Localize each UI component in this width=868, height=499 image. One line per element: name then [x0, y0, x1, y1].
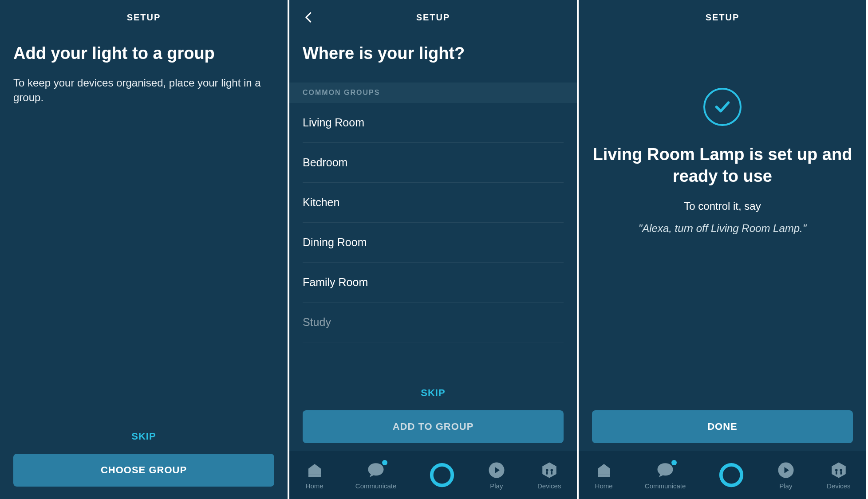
notification-dot-icon — [382, 460, 387, 465]
screen-select-group: SETUP Where is your light? COMMON GROUPS… — [289, 0, 579, 499]
add-to-group-button[interactable]: ADD TO GROUP — [303, 410, 564, 443]
page-title: Add your light to a group — [13, 43, 274, 64]
section-header-common-groups: COMMON GROUPS — [289, 83, 577, 103]
group-item[interactable]: Bedroom — [303, 143, 564, 183]
tab-bar: Home Communicate Play Devices — [289, 451, 577, 499]
tab-communicate[interactable]: Communicate — [355, 461, 397, 490]
tab-label: Home — [595, 482, 613, 490]
devices-icon — [540, 461, 559, 479]
tab-label: Communicate — [645, 482, 686, 490]
success-subtitle: To control it, say — [684, 200, 761, 212]
tab-devices[interactable]: Devices — [827, 461, 850, 490]
skip-button[interactable]: SKIP — [303, 376, 564, 410]
skip-button[interactable]: SKIP — [13, 419, 274, 454]
svg-point-10 — [835, 469, 838, 471]
group-item[interactable]: Kitchen — [303, 183, 564, 223]
header-title: SETUP — [127, 12, 161, 23]
group-item[interactable]: Living Room — [303, 103, 564, 143]
notification-dot-icon — [671, 460, 677, 465]
header: SETUP — [579, 0, 866, 35]
group-list: Living Room Bedroom Kitchen Dining Room … — [303, 103, 564, 342]
svg-rect-7 — [598, 475, 610, 477]
devices-icon — [829, 461, 848, 479]
svg-rect-6 — [551, 471, 552, 474]
tab-bar: Home Communicate Play Devices — [579, 451, 866, 499]
tab-alexa[interactable] — [428, 461, 456, 489]
svg-rect-0 — [308, 475, 321, 477]
header-title: SETUP — [706, 12, 740, 23]
tab-label: Communicate — [355, 482, 397, 490]
tab-devices[interactable]: Devices — [537, 461, 561, 490]
choose-group-button[interactable]: CHOOSE GROUP — [13, 454, 274, 487]
page-title: Where is your light? — [303, 43, 564, 64]
tab-home[interactable]: Home — [595, 461, 613, 490]
svg-rect-12 — [836, 471, 837, 474]
alexa-ring-icon — [718, 461, 745, 489]
tab-label: Home — [306, 482, 324, 490]
svg-rect-5 — [546, 471, 548, 474]
svg-point-11 — [840, 469, 842, 471]
tab-communicate[interactable]: Communicate — [645, 461, 686, 490]
header: SETUP — [0, 0, 288, 35]
home-icon — [595, 461, 613, 479]
group-item[interactable]: Study — [303, 303, 564, 342]
tab-home[interactable]: Home — [305, 461, 324, 490]
svg-rect-13 — [840, 471, 842, 474]
screen-setup-complete: SETUP Living Room Lamp is set up and rea… — [579, 0, 868, 499]
tab-label: Play — [490, 482, 503, 490]
tab-label: Devices — [537, 482, 561, 490]
svg-point-1 — [431, 465, 452, 486]
screen-add-to-group: SETUP Add your light to a group To keep … — [0, 0, 289, 499]
play-icon — [487, 461, 506, 479]
success-check-icon — [703, 88, 742, 126]
tab-label: Devices — [827, 482, 850, 490]
alexa-ring-icon — [428, 461, 456, 489]
success-quote: "Alexa, turn off Living Room Lamp." — [639, 222, 807, 235]
tab-play[interactable]: Play — [487, 461, 506, 490]
back-button[interactable] — [300, 8, 318, 26]
tab-label: Play — [779, 482, 792, 490]
tab-play[interactable]: Play — [777, 461, 795, 490]
header-title: SETUP — [416, 12, 450, 23]
svg-point-4 — [550, 469, 553, 471]
play-icon — [777, 461, 795, 479]
svg-point-8 — [721, 465, 742, 486]
check-icon — [712, 97, 733, 117]
svg-point-3 — [546, 469, 548, 471]
header: SETUP — [289, 0, 577, 35]
home-icon — [305, 461, 324, 479]
success-title: Living Room Lamp is set up and ready to … — [579, 144, 866, 188]
done-button[interactable]: DONE — [592, 410, 853, 443]
page-subtitle: To keep your devices organised, place yo… — [13, 75, 274, 105]
group-item[interactable]: Family Room — [303, 263, 564, 303]
group-item[interactable]: Dining Room — [303, 223, 564, 263]
chevron-left-icon — [302, 11, 316, 24]
tab-alexa[interactable] — [718, 461, 745, 489]
